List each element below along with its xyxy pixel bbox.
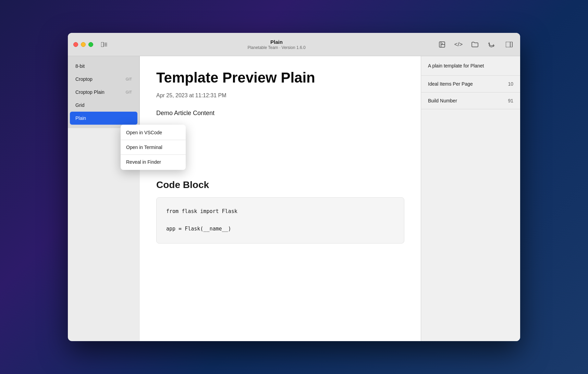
sidebar-toggle-button[interactable]	[99, 39, 110, 50]
context-menu-divider-2	[121, 154, 186, 155]
sidebar-item-8bit[interactable]: 8-bit	[70, 60, 137, 73]
right-panel-build-number-row: Build Number 91	[421, 92, 520, 109]
preview-list-heading: List	[156, 124, 404, 135]
preview-code-heading: Code Block	[156, 179, 404, 190]
titlebar: Plain Planetable Team · Version 1.6.0 </…	[68, 33, 520, 56]
sidebar-item-croptop-plain[interactable]: Croptop Plain GIT	[70, 86, 137, 99]
svg-rect-0	[101, 42, 103, 47]
svg-rect-7	[506, 42, 512, 47]
refresh-icon-button[interactable]	[486, 39, 497, 50]
preview-area[interactable]: Template Preview Plain Apr 25, 2023 at 1…	[140, 56, 421, 341]
preview-date: Apr 25, 2023 at 11:12:31 PM	[156, 92, 404, 99]
close-button[interactable]	[73, 42, 78, 47]
folder-icon-button[interactable]	[469, 39, 480, 50]
sidebar-item-croptop[interactable]: Croptop GIT	[70, 73, 137, 86]
titlebar-actions: </>	[437, 39, 497, 50]
list-item-c: Item C	[166, 161, 404, 169]
right-panel-description-row: A plain template for Planet	[421, 56, 520, 76]
minimize-button[interactable]	[81, 42, 86, 47]
list-item-b: Item B	[166, 151, 404, 159]
context-menu-reveal-finder[interactable]: Reveal in Finder	[121, 156, 186, 168]
code-line-1: from flask import Flask	[166, 207, 394, 216]
list-item-a: Item A	[166, 141, 404, 149]
code-icon-button[interactable]: </>	[453, 39, 464, 50]
right-panel-build-number-value: 91	[508, 98, 513, 103]
preview-title: Template Preview Plain	[156, 70, 404, 86]
app-title: Plain	[270, 39, 283, 45]
preview-list: Item A Item B Item C	[156, 141, 404, 169]
titlebar-center: Plain Planetable Team · Version 1.6.0	[117, 39, 437, 50]
sidebar-container: 8-bit Croptop GIT Croptop Plain GIT Grid…	[68, 56, 140, 341]
code-line-3: app = Flask(__name__)	[166, 225, 394, 234]
right-panel-build-number-label: Build Number	[428, 98, 457, 103]
code-icon: </>	[454, 41, 463, 48]
right-panel-items-per-page-row: Ideal Items Per Page 10	[421, 76, 520, 92]
right-panel-items-per-page-label: Ideal Items Per Page	[428, 81, 473, 87]
right-panel-description: A plain template for Planet	[428, 63, 484, 68]
right-panel-items-per-page-value: 10	[508, 81, 513, 87]
sidebar-item-grid[interactable]: Grid	[70, 99, 137, 112]
maximize-button[interactable]	[88, 42, 93, 47]
format-icon-button[interactable]	[437, 39, 448, 50]
content-wrapper: Template Preview Plain Apr 25, 2023 at 1…	[140, 56, 520, 341]
context-menu-open-vscode[interactable]: Open in VSCode	[121, 126, 186, 139]
app-window: Plain Planetable Team · Version 1.6.0 </…	[68, 33, 520, 341]
context-menu-divider-1	[121, 140, 186, 140]
sidebar: 8-bit Croptop GIT Croptop Plain GIT Grid…	[68, 56, 140, 128]
context-menu-popup: Open in VSCode Open in Terminal Reveal i…	[121, 125, 186, 170]
app-subtitle: Planetable Team · Version 1.6.0	[247, 45, 305, 50]
context-menu-open-terminal[interactable]: Open in Terminal	[121, 141, 186, 153]
preview-section-heading: Demo Article Content	[156, 110, 404, 117]
code-line-2	[166, 216, 394, 225]
right-panel-toggle-button[interactable]	[504, 39, 515, 50]
traffic-lights	[73, 42, 93, 47]
code-block: from flask import Flask app = Flask(__na…	[156, 197, 404, 244]
main-area: 8-bit Croptop GIT Croptop Plain GIT Grid…	[68, 56, 520, 341]
sidebar-item-plain[interactable]: Plain	[70, 112, 137, 125]
right-panel: A plain template for Planet Ideal Items …	[421, 56, 520, 341]
